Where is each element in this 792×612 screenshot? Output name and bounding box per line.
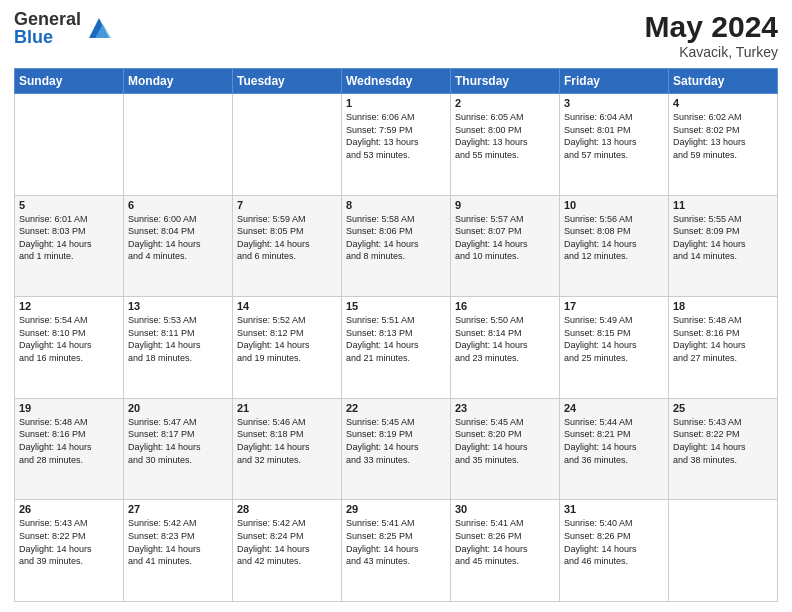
page: General Blue May 2024 Kavacik, Turkey Su… (0, 0, 792, 612)
cell-content: Sunrise: 5:44 AM Sunset: 8:21 PM Dayligh… (564, 416, 664, 466)
cell-content: Sunrise: 5:46 AM Sunset: 8:18 PM Dayligh… (237, 416, 337, 466)
header: General Blue May 2024 Kavacik, Turkey (14, 10, 778, 60)
day-number: 18 (673, 300, 773, 312)
table-row: 6Sunrise: 6:00 AM Sunset: 8:04 PM Daylig… (124, 195, 233, 297)
day-number: 4 (673, 97, 773, 109)
day-number: 6 (128, 199, 228, 211)
table-row: 24Sunrise: 5:44 AM Sunset: 8:21 PM Dayli… (560, 398, 669, 500)
day-number: 7 (237, 199, 337, 211)
cell-content: Sunrise: 5:45 AM Sunset: 8:20 PM Dayligh… (455, 416, 555, 466)
table-row: 18Sunrise: 5:48 AM Sunset: 8:16 PM Dayli… (669, 297, 778, 399)
cell-content: Sunrise: 5:41 AM Sunset: 8:25 PM Dayligh… (346, 517, 446, 567)
cell-content: Sunrise: 5:47 AM Sunset: 8:17 PM Dayligh… (128, 416, 228, 466)
day-number: 27 (128, 503, 228, 515)
table-row: 29Sunrise: 5:41 AM Sunset: 8:25 PM Dayli… (342, 500, 451, 602)
table-row: 8Sunrise: 5:58 AM Sunset: 8:06 PM Daylig… (342, 195, 451, 297)
cell-content: Sunrise: 5:43 AM Sunset: 8:22 PM Dayligh… (673, 416, 773, 466)
day-number: 8 (346, 199, 446, 211)
table-row (233, 94, 342, 196)
col-thursday: Thursday (451, 69, 560, 94)
day-number: 15 (346, 300, 446, 312)
day-number: 26 (19, 503, 119, 515)
cell-content: Sunrise: 5:42 AM Sunset: 8:23 PM Dayligh… (128, 517, 228, 567)
day-number: 12 (19, 300, 119, 312)
day-number: 29 (346, 503, 446, 515)
cell-content: Sunrise: 5:58 AM Sunset: 8:06 PM Dayligh… (346, 213, 446, 263)
day-number: 20 (128, 402, 228, 414)
col-monday: Monday (124, 69, 233, 94)
table-row: 30Sunrise: 5:41 AM Sunset: 8:26 PM Dayli… (451, 500, 560, 602)
table-row: 4Sunrise: 6:02 AM Sunset: 8:02 PM Daylig… (669, 94, 778, 196)
table-row (15, 94, 124, 196)
calendar-week-row: 19Sunrise: 5:48 AM Sunset: 8:16 PM Dayli… (15, 398, 778, 500)
day-number: 31 (564, 503, 664, 515)
logo-general: General (14, 10, 81, 28)
day-number: 17 (564, 300, 664, 312)
day-number: 24 (564, 402, 664, 414)
cell-content: Sunrise: 5:52 AM Sunset: 8:12 PM Dayligh… (237, 314, 337, 364)
cell-content: Sunrise: 5:59 AM Sunset: 8:05 PM Dayligh… (237, 213, 337, 263)
table-row: 15Sunrise: 5:51 AM Sunset: 8:13 PM Dayli… (342, 297, 451, 399)
table-row: 2Sunrise: 6:05 AM Sunset: 8:00 PM Daylig… (451, 94, 560, 196)
col-saturday: Saturday (669, 69, 778, 94)
col-wednesday: Wednesday (342, 69, 451, 94)
table-row: 28Sunrise: 5:42 AM Sunset: 8:24 PM Dayli… (233, 500, 342, 602)
calendar-header-row: Sunday Monday Tuesday Wednesday Thursday… (15, 69, 778, 94)
calendar-week-row: 5Sunrise: 6:01 AM Sunset: 8:03 PM Daylig… (15, 195, 778, 297)
calendar-week-row: 1Sunrise: 6:06 AM Sunset: 7:59 PM Daylig… (15, 94, 778, 196)
day-number: 9 (455, 199, 555, 211)
table-row: 12Sunrise: 5:54 AM Sunset: 8:10 PM Dayli… (15, 297, 124, 399)
title-block: May 2024 Kavacik, Turkey (645, 10, 778, 60)
day-number: 3 (564, 97, 664, 109)
cell-content: Sunrise: 5:43 AM Sunset: 8:22 PM Dayligh… (19, 517, 119, 567)
cell-content: Sunrise: 5:49 AM Sunset: 8:15 PM Dayligh… (564, 314, 664, 364)
cell-content: Sunrise: 6:06 AM Sunset: 7:59 PM Dayligh… (346, 111, 446, 161)
day-number: 21 (237, 402, 337, 414)
day-number: 25 (673, 402, 773, 414)
table-row (669, 500, 778, 602)
table-row: 11Sunrise: 5:55 AM Sunset: 8:09 PM Dayli… (669, 195, 778, 297)
logo: General Blue (14, 10, 113, 46)
table-row: 9Sunrise: 5:57 AM Sunset: 8:07 PM Daylig… (451, 195, 560, 297)
col-tuesday: Tuesday (233, 69, 342, 94)
day-number: 14 (237, 300, 337, 312)
logo-blue: Blue (14, 28, 81, 46)
cell-content: Sunrise: 5:42 AM Sunset: 8:24 PM Dayligh… (237, 517, 337, 567)
table-row: 23Sunrise: 5:45 AM Sunset: 8:20 PM Dayli… (451, 398, 560, 500)
table-row: 7Sunrise: 5:59 AM Sunset: 8:05 PM Daylig… (233, 195, 342, 297)
table-row: 26Sunrise: 5:43 AM Sunset: 8:22 PM Dayli… (15, 500, 124, 602)
table-row: 19Sunrise: 5:48 AM Sunset: 8:16 PM Dayli… (15, 398, 124, 500)
table-row: 1Sunrise: 6:06 AM Sunset: 7:59 PM Daylig… (342, 94, 451, 196)
table-row: 13Sunrise: 5:53 AM Sunset: 8:11 PM Dayli… (124, 297, 233, 399)
calendar-week-row: 26Sunrise: 5:43 AM Sunset: 8:22 PM Dayli… (15, 500, 778, 602)
table-row: 16Sunrise: 5:50 AM Sunset: 8:14 PM Dayli… (451, 297, 560, 399)
day-number: 11 (673, 199, 773, 211)
day-number: 30 (455, 503, 555, 515)
cell-content: Sunrise: 5:45 AM Sunset: 8:19 PM Dayligh… (346, 416, 446, 466)
table-row (124, 94, 233, 196)
day-number: 13 (128, 300, 228, 312)
location: Kavacik, Turkey (645, 44, 778, 60)
table-row: 14Sunrise: 5:52 AM Sunset: 8:12 PM Dayli… (233, 297, 342, 399)
cell-content: Sunrise: 6:00 AM Sunset: 8:04 PM Dayligh… (128, 213, 228, 263)
table-row: 17Sunrise: 5:49 AM Sunset: 8:15 PM Dayli… (560, 297, 669, 399)
cell-content: Sunrise: 5:51 AM Sunset: 8:13 PM Dayligh… (346, 314, 446, 364)
day-number: 1 (346, 97, 446, 109)
table-row: 22Sunrise: 5:45 AM Sunset: 8:19 PM Dayli… (342, 398, 451, 500)
day-number: 5 (19, 199, 119, 211)
cell-content: Sunrise: 5:55 AM Sunset: 8:09 PM Dayligh… (673, 213, 773, 263)
cell-content: Sunrise: 6:05 AM Sunset: 8:00 PM Dayligh… (455, 111, 555, 161)
cell-content: Sunrise: 5:56 AM Sunset: 8:08 PM Dayligh… (564, 213, 664, 263)
day-number: 22 (346, 402, 446, 414)
logo-text: General Blue (14, 10, 81, 46)
cell-content: Sunrise: 6:02 AM Sunset: 8:02 PM Dayligh… (673, 111, 773, 161)
cell-content: Sunrise: 6:04 AM Sunset: 8:01 PM Dayligh… (564, 111, 664, 161)
cell-content: Sunrise: 5:50 AM Sunset: 8:14 PM Dayligh… (455, 314, 555, 364)
table-row: 3Sunrise: 6:04 AM Sunset: 8:01 PM Daylig… (560, 94, 669, 196)
cell-content: Sunrise: 5:57 AM Sunset: 8:07 PM Dayligh… (455, 213, 555, 263)
month-year: May 2024 (645, 10, 778, 44)
table-row: 27Sunrise: 5:42 AM Sunset: 8:23 PM Dayli… (124, 500, 233, 602)
day-number: 23 (455, 402, 555, 414)
day-number: 16 (455, 300, 555, 312)
cell-content: Sunrise: 5:54 AM Sunset: 8:10 PM Dayligh… (19, 314, 119, 364)
